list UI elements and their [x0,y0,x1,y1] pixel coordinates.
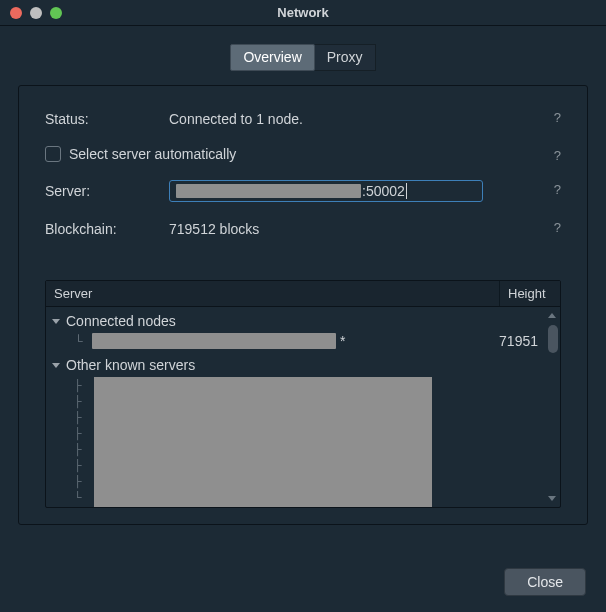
col-height[interactable]: Height [500,281,560,306]
close-button[interactable]: Close [504,568,586,596]
connected-node-item[interactable]: └ * [52,331,560,351]
tab-overview[interactable]: Overview [230,44,314,71]
chevron-down-icon[interactable] [52,363,60,368]
status-row: Status: Connected to 1 node. ? [45,108,561,130]
tree-branch-icon: └ [74,334,88,348]
content-area: Overview Proxy Status: Connected to 1 no… [0,26,606,543]
group-other-label: Other known servers [66,357,195,373]
other-servers-redacted [94,377,432,507]
group-connected-label: Connected nodes [66,313,176,329]
window-controls [0,7,62,19]
server-port: :50002 [361,183,405,199]
primary-server-star-icon: * [340,333,345,349]
status-label: Status: [45,111,169,127]
table-body: Connected nodes └ * 71951 Other known se… [46,307,560,507]
scroll-thumb[interactable] [548,325,558,353]
blockchain-label: Blockchain: [45,221,169,237]
text-caret-icon [406,183,407,199]
server-label: Server: [45,183,169,199]
server-host-redacted [176,184,361,198]
group-connected-nodes[interactable]: Connected nodes [52,311,560,331]
col-server[interactable]: Server [46,281,500,306]
group-other-servers[interactable]: Other known servers [52,355,560,375]
scroll-down-icon[interactable] [548,496,556,501]
blockchain-row: Blockchain: 719512 blocks ? [45,218,561,240]
maximize-window-icon[interactable] [50,7,62,19]
titlebar: Network [0,0,606,26]
auto-select-row: Select server automatically ? [45,146,561,162]
server-row: Server: :50002 ? [45,180,561,202]
overview-panel: Status: Connected to 1 node. ? Select se… [18,85,588,525]
minimize-window-icon[interactable] [30,7,42,19]
footer: Close [504,568,586,596]
servers-table: Server Height Connected nodes └ * 71951 … [45,280,561,508]
table-header: Server Height [46,281,560,307]
tabs: Overview Proxy [18,44,588,71]
connected-node-host-redacted [92,333,336,349]
blockchain-value: 719512 blocks [169,221,259,237]
tree-rail-icon: ├ ├ ├ ├ ├ ├ ├ └ [74,377,88,505]
status-help-icon[interactable]: ? [554,110,561,125]
server-input[interactable]: :50002 [169,180,483,202]
close-window-icon[interactable] [10,7,22,19]
blockchain-help-icon[interactable]: ? [554,220,561,235]
scroll-up-icon[interactable] [548,313,556,318]
server-help-icon[interactable]: ? [554,182,561,197]
auto-select-label: Select server automatically [69,146,236,162]
window-title: Network [0,5,606,20]
vertical-scrollbar[interactable] [546,311,558,503]
tab-proxy[interactable]: Proxy [315,44,376,71]
chevron-down-icon[interactable] [52,319,60,324]
connected-node-height: 71951 [499,333,538,349]
auto-select-checkbox[interactable] [45,146,61,162]
status-value: Connected to 1 node. [169,111,303,127]
auto-select-help-icon[interactable]: ? [554,148,561,163]
